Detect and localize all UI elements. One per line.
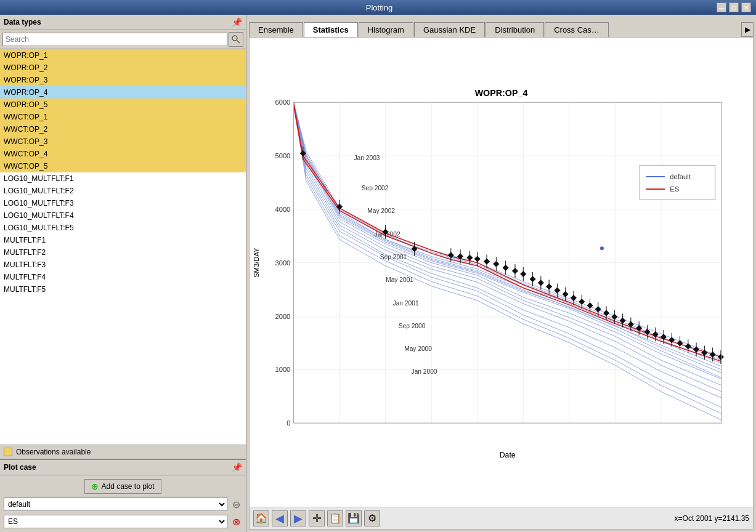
settings-icon: ⚙ [368,512,376,524]
home-button[interactable]: 🏠 [253,510,269,526]
observations-bar: Observations available [0,445,246,459]
svg-text:Jan 2001: Jan 2001 [393,300,419,307]
tab-ensemble-label: Ensemble [258,25,294,34]
back-icon: ◀ [275,512,284,525]
list-item[interactable]: WWCT:OP_3 [0,135,246,148]
svg-text:Sep 2002: Sep 2002 [362,185,389,191]
tab-gaussian-kde-label: Gaussian KDE [423,25,476,34]
tab-scroll-button[interactable]: ▶ [741,22,754,37]
add-case-button[interactable]: ⊕ Add case to plot [84,479,161,494]
list-item[interactable]: LOG10_MULTFLT:F4 [0,209,246,222]
chart-svg-area: WOPR:OP_4 SM3/DAY 0 1000 2000 3000 4000 … [250,38,753,507]
left-panel: Data types 📌 WOPR:OP_1WOPR:OP_2WOPR:OP_3… [0,15,246,532]
pan-icon: ✛ [312,512,322,525]
list-item[interactable]: MULTFLT:F3 [0,259,246,271]
plot-case-label: Plot case [4,463,36,472]
tab-statistics-label: Statistics [313,25,349,34]
list-item[interactable]: WWCT:OP_2 [0,123,246,135]
add-case-icon: ⊕ [91,482,99,491]
copy-icon: 📋 [329,512,341,524]
list-item[interactable]: MULTFLT:F4 [0,271,246,283]
close-button[interactable]: ✕ [741,2,751,12]
minimize-button[interactable]: — [717,2,726,12]
list-item[interactable]: WWCT:OP_4 [0,148,246,160]
tab-statistics[interactable]: Statistics [304,22,358,37]
plot-case-body: ⊕ Add case to plot default ES ⊖ default … [0,475,246,532]
chart-container: WOPR:OP_4 SM3/DAY 0 1000 2000 3000 4000 … [249,37,754,530]
back-button[interactable]: ◀ [272,510,288,526]
search-button[interactable] [229,32,243,47]
plot-case-section: Plot case 📌 ⊕ Add case to plot default E… [0,459,246,532]
list-item[interactable]: LOG10_MULTFLT:F5 [0,222,246,234]
svg-text:4000: 4000 [275,206,290,213]
case-select-default[interactable]: default ES [4,498,227,511]
list-item[interactable]: WOPR:OP_2 [0,62,246,74]
home-icon: 🏠 [255,512,267,524]
plot-case-header: Plot case 📌 [0,460,246,475]
tab-distribution[interactable]: Distribution [486,22,544,37]
save-icon: 💾 [348,512,360,524]
case-row-default: default ES ⊖ [4,498,242,511]
case-remove-default-button[interactable]: ⊖ [230,498,242,510]
forward-button[interactable]: ▶ [290,510,306,526]
search-input[interactable] [2,33,227,46]
data-types-header: Data types 📌 [0,15,246,30]
list-item[interactable]: WOPR:OP_4 [0,86,246,99]
svg-text:Jan 2000: Jan 2000 [412,368,437,375]
search-bar [0,30,246,49]
list-item[interactable]: WOPR:OP_5 [0,99,246,111]
svg-point-0 [232,36,237,41]
plot-case-pin-icon[interactable]: 📌 [232,462,242,472]
copy-button[interactable]: 📋 [327,510,343,526]
chart-title: WOPR:OP_4 [475,88,528,98]
main-chart-svg: WOPR:OP_4 SM3/DAY 0 1000 2000 3000 4000 … [250,38,753,507]
pin-icon[interactable]: 📌 [232,17,242,27]
settings-button[interactable]: ⚙ [364,510,380,526]
svg-text:1000: 1000 [275,366,290,373]
save-button[interactable]: 💾 [346,510,362,526]
svg-point-110 [600,246,604,250]
bottom-toolbar: 🏠 ◀ ▶ ✛ 📋 💾 ⚙ [250,507,753,529]
list-item[interactable]: LOG10_MULTFLT:F1 [0,172,246,185]
y-axis-label: SM3/DAY [253,248,260,278]
pan-button[interactable]: ✛ [309,510,325,526]
title-bar: Plotting — □ ✕ [0,0,756,15]
svg-text:6000: 6000 [275,99,290,106]
data-list-container: WOPR:OP_1WOPR:OP_2WOPR:OP_3WOPR:OP_4WOPR… [0,49,246,445]
tab-gaussian-kde[interactable]: Gaussian KDE [414,22,485,37]
list-item[interactable]: MULTFLT:F5 [0,283,246,296]
svg-text:2000: 2000 [275,313,290,320]
list-item[interactable]: LOG10_MULTFLT:F2 [0,185,246,197]
list-item[interactable]: MULTFLT:F2 [0,246,246,259]
data-types-label: Data types [4,18,41,26]
observations-checkbox[interactable] [4,448,12,456]
tab-cross-case-label: Cross Cas… [554,25,600,34]
list-item[interactable]: MULTFLT:F1 [0,234,246,246]
list-item[interactable]: WWCT:OP_1 [0,111,246,123]
svg-text:3000: 3000 [275,259,290,267]
list-item[interactable]: WWCT:OP_5 [0,160,246,172]
case-select-es[interactable]: default ES [4,515,227,528]
tab-distribution-label: Distribution [495,25,535,34]
list-item[interactable]: WOPR:OP_1 [0,49,246,62]
svg-text:May 2002: May 2002 [367,208,395,214]
tab-ensemble[interactable]: Ensemble [249,22,303,37]
right-panel: Ensemble Statistics Histogram Gaussian K… [246,15,756,532]
case-row-es: default ES ⊗ [4,515,242,528]
case-remove-es-button[interactable]: ⊗ [230,515,242,528]
list-item[interactable]: LOG10_MULTFLT:F3 [0,197,246,209]
tabs-bar: Ensemble Statistics Histogram Gaussian K… [246,15,756,37]
svg-text:Sep 2001: Sep 2001 [380,254,407,260]
tab-histogram[interactable]: Histogram [359,22,413,37]
window-controls[interactable]: — □ ✕ [717,2,751,12]
svg-text:5000: 5000 [275,152,290,159]
data-list[interactable]: WOPR:OP_1WOPR:OP_2WOPR:OP_3WOPR:OP_4WOPR… [0,49,246,445]
maximize-button[interactable]: □ [729,2,739,12]
svg-text:May 2001: May 2001 [386,276,413,283]
x-axis-label: Date [500,451,516,459]
list-item[interactable]: WOPR:OP_3 [0,74,246,86]
tab-cross-case[interactable]: Cross Cas… [545,22,609,37]
tab-histogram-label: Histogram [368,25,404,34]
svg-text:Sep 2000: Sep 2000 [399,323,426,329]
add-case-label: Add case to plot [101,482,154,491]
